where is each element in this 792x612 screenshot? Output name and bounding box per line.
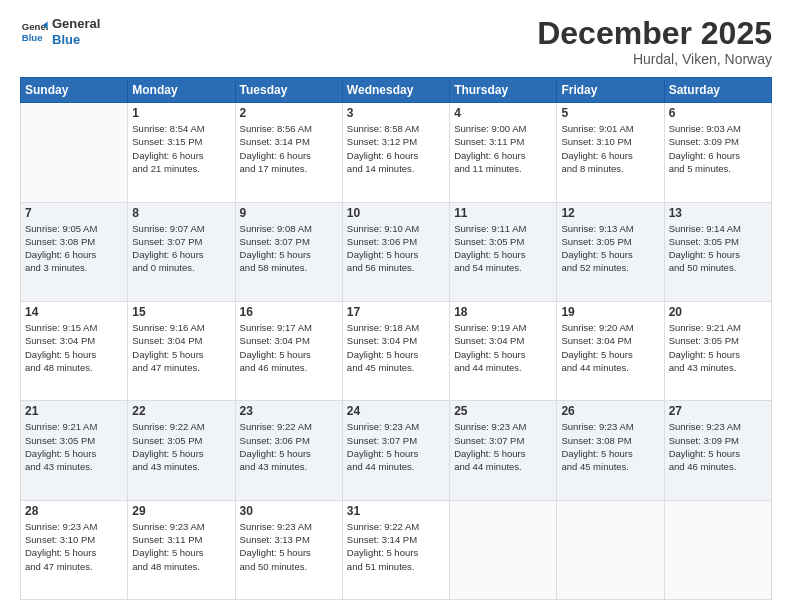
cell-info: Sunrise: 9:03 AM Sunset: 3:09 PM Dayligh… xyxy=(669,122,767,175)
col-friday: Friday xyxy=(557,78,664,103)
cell-info: Sunrise: 9:00 AM Sunset: 3:11 PM Dayligh… xyxy=(454,122,552,175)
cell-info: Sunrise: 9:10 AM Sunset: 3:06 PM Dayligh… xyxy=(347,222,445,275)
calendar-cell: 22Sunrise: 9:22 AM Sunset: 3:05 PM Dayli… xyxy=(128,401,235,500)
calendar-cell: 2Sunrise: 8:56 AM Sunset: 3:14 PM Daylig… xyxy=(235,103,342,202)
calendar-cell: 21Sunrise: 9:21 AM Sunset: 3:05 PM Dayli… xyxy=(21,401,128,500)
cell-info: Sunrise: 9:23 AM Sunset: 3:11 PM Dayligh… xyxy=(132,520,230,573)
calendar-cell: 24Sunrise: 9:23 AM Sunset: 3:07 PM Dayli… xyxy=(342,401,449,500)
day-number: 13 xyxy=(669,206,767,220)
calendar-cell: 18Sunrise: 9:19 AM Sunset: 3:04 PM Dayli… xyxy=(450,301,557,400)
day-number: 23 xyxy=(240,404,338,418)
day-number: 4 xyxy=(454,106,552,120)
calendar-cell: 25Sunrise: 9:23 AM Sunset: 3:07 PM Dayli… xyxy=(450,401,557,500)
day-number: 20 xyxy=(669,305,767,319)
svg-text:General: General xyxy=(22,21,48,32)
cell-info: Sunrise: 9:23 AM Sunset: 3:13 PM Dayligh… xyxy=(240,520,338,573)
day-number: 25 xyxy=(454,404,552,418)
location: Hurdal, Viken, Norway xyxy=(537,51,772,67)
calendar: Sunday Monday Tuesday Wednesday Thursday… xyxy=(20,77,772,600)
calendar-cell: 13Sunrise: 9:14 AM Sunset: 3:05 PM Dayli… xyxy=(664,202,771,301)
calendar-cell xyxy=(557,500,664,599)
day-number: 5 xyxy=(561,106,659,120)
header: General Blue General Blue December 2025 … xyxy=(20,16,772,67)
day-number: 19 xyxy=(561,305,659,319)
day-number: 29 xyxy=(132,504,230,518)
cell-info: Sunrise: 9:23 AM Sunset: 3:07 PM Dayligh… xyxy=(347,420,445,473)
svg-text:Blue: Blue xyxy=(22,31,43,42)
calendar-cell: 12Sunrise: 9:13 AM Sunset: 3:05 PM Dayli… xyxy=(557,202,664,301)
calendar-cell: 7Sunrise: 9:05 AM Sunset: 3:08 PM Daylig… xyxy=(21,202,128,301)
day-number: 10 xyxy=(347,206,445,220)
calendar-week-2: 7Sunrise: 9:05 AM Sunset: 3:08 PM Daylig… xyxy=(21,202,772,301)
cell-info: Sunrise: 9:08 AM Sunset: 3:07 PM Dayligh… xyxy=(240,222,338,275)
day-number: 18 xyxy=(454,305,552,319)
day-number: 6 xyxy=(669,106,767,120)
calendar-cell: 26Sunrise: 9:23 AM Sunset: 3:08 PM Dayli… xyxy=(557,401,664,500)
calendar-cell: 28Sunrise: 9:23 AM Sunset: 3:10 PM Dayli… xyxy=(21,500,128,599)
cell-info: Sunrise: 9:22 AM Sunset: 3:06 PM Dayligh… xyxy=(240,420,338,473)
calendar-week-1: 1Sunrise: 8:54 AM Sunset: 3:15 PM Daylig… xyxy=(21,103,772,202)
day-number: 3 xyxy=(347,106,445,120)
cell-info: Sunrise: 9:13 AM Sunset: 3:05 PM Dayligh… xyxy=(561,222,659,275)
logo-line1: General xyxy=(52,16,100,32)
day-number: 21 xyxy=(25,404,123,418)
day-number: 8 xyxy=(132,206,230,220)
calendar-week-5: 28Sunrise: 9:23 AM Sunset: 3:10 PM Dayli… xyxy=(21,500,772,599)
calendar-cell xyxy=(450,500,557,599)
cell-info: Sunrise: 8:56 AM Sunset: 3:14 PM Dayligh… xyxy=(240,122,338,175)
day-number: 22 xyxy=(132,404,230,418)
logo: General Blue General Blue xyxy=(20,16,100,47)
calendar-header-row: Sunday Monday Tuesday Wednesday Thursday… xyxy=(21,78,772,103)
day-number: 12 xyxy=(561,206,659,220)
day-number: 7 xyxy=(25,206,123,220)
calendar-cell: 19Sunrise: 9:20 AM Sunset: 3:04 PM Dayli… xyxy=(557,301,664,400)
calendar-cell xyxy=(21,103,128,202)
page: General Blue General Blue December 2025 … xyxy=(0,0,792,612)
col-thursday: Thursday xyxy=(450,78,557,103)
cell-info: Sunrise: 9:18 AM Sunset: 3:04 PM Dayligh… xyxy=(347,321,445,374)
calendar-cell: 6Sunrise: 9:03 AM Sunset: 3:09 PM Daylig… xyxy=(664,103,771,202)
cell-info: Sunrise: 9:22 AM Sunset: 3:14 PM Dayligh… xyxy=(347,520,445,573)
cell-info: Sunrise: 9:22 AM Sunset: 3:05 PM Dayligh… xyxy=(132,420,230,473)
cell-info: Sunrise: 9:20 AM Sunset: 3:04 PM Dayligh… xyxy=(561,321,659,374)
calendar-cell: 31Sunrise: 9:22 AM Sunset: 3:14 PM Dayli… xyxy=(342,500,449,599)
calendar-cell: 29Sunrise: 9:23 AM Sunset: 3:11 PM Dayli… xyxy=(128,500,235,599)
cell-info: Sunrise: 9:14 AM Sunset: 3:05 PM Dayligh… xyxy=(669,222,767,275)
calendar-cell xyxy=(664,500,771,599)
cell-info: Sunrise: 9:16 AM Sunset: 3:04 PM Dayligh… xyxy=(132,321,230,374)
calendar-cell: 11Sunrise: 9:11 AM Sunset: 3:05 PM Dayli… xyxy=(450,202,557,301)
cell-info: Sunrise: 9:05 AM Sunset: 3:08 PM Dayligh… xyxy=(25,222,123,275)
calendar-cell: 30Sunrise: 9:23 AM Sunset: 3:13 PM Dayli… xyxy=(235,500,342,599)
cell-info: Sunrise: 8:54 AM Sunset: 3:15 PM Dayligh… xyxy=(132,122,230,175)
col-monday: Monday xyxy=(128,78,235,103)
title-block: December 2025 Hurdal, Viken, Norway xyxy=(537,16,772,67)
month-title: December 2025 xyxy=(537,16,772,51)
day-number: 30 xyxy=(240,504,338,518)
day-number: 11 xyxy=(454,206,552,220)
cell-info: Sunrise: 9:23 AM Sunset: 3:10 PM Dayligh… xyxy=(25,520,123,573)
calendar-cell: 27Sunrise: 9:23 AM Sunset: 3:09 PM Dayli… xyxy=(664,401,771,500)
day-number: 27 xyxy=(669,404,767,418)
calendar-cell: 23Sunrise: 9:22 AM Sunset: 3:06 PM Dayli… xyxy=(235,401,342,500)
calendar-cell: 10Sunrise: 9:10 AM Sunset: 3:06 PM Dayli… xyxy=(342,202,449,301)
calendar-cell: 15Sunrise: 9:16 AM Sunset: 3:04 PM Dayli… xyxy=(128,301,235,400)
cell-info: Sunrise: 9:11 AM Sunset: 3:05 PM Dayligh… xyxy=(454,222,552,275)
col-saturday: Saturday xyxy=(664,78,771,103)
calendar-cell: 20Sunrise: 9:21 AM Sunset: 3:05 PM Dayli… xyxy=(664,301,771,400)
day-number: 9 xyxy=(240,206,338,220)
day-number: 24 xyxy=(347,404,445,418)
logo-icon: General Blue xyxy=(20,18,48,46)
cell-info: Sunrise: 9:15 AM Sunset: 3:04 PM Dayligh… xyxy=(25,321,123,374)
calendar-week-4: 21Sunrise: 9:21 AM Sunset: 3:05 PM Dayli… xyxy=(21,401,772,500)
cell-info: Sunrise: 8:58 AM Sunset: 3:12 PM Dayligh… xyxy=(347,122,445,175)
cell-info: Sunrise: 9:01 AM Sunset: 3:10 PM Dayligh… xyxy=(561,122,659,175)
calendar-cell: 5Sunrise: 9:01 AM Sunset: 3:10 PM Daylig… xyxy=(557,103,664,202)
day-number: 15 xyxy=(132,305,230,319)
calendar-cell: 9Sunrise: 9:08 AM Sunset: 3:07 PM Daylig… xyxy=(235,202,342,301)
cell-info: Sunrise: 9:17 AM Sunset: 3:04 PM Dayligh… xyxy=(240,321,338,374)
logo-line2: Blue xyxy=(52,32,100,48)
cell-info: Sunrise: 9:19 AM Sunset: 3:04 PM Dayligh… xyxy=(454,321,552,374)
day-number: 17 xyxy=(347,305,445,319)
calendar-cell: 16Sunrise: 9:17 AM Sunset: 3:04 PM Dayli… xyxy=(235,301,342,400)
calendar-cell: 17Sunrise: 9:18 AM Sunset: 3:04 PM Dayli… xyxy=(342,301,449,400)
